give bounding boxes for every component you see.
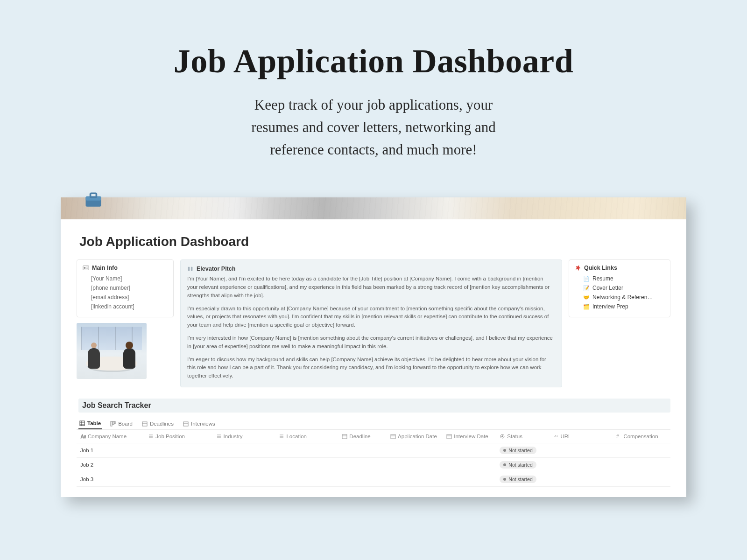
cell-company[interactable]: Job 2 xyxy=(77,458,144,472)
col-compensation[interactable]: #Compensation xyxy=(612,430,670,443)
svg-rect-18 xyxy=(183,422,188,426)
svg-point-37 xyxy=(502,436,503,437)
calendar-icon xyxy=(446,434,452,439)
pitch-paragraph: I'm very interested in how [Company Name… xyxy=(187,334,555,351)
svg-rect-16 xyxy=(142,422,147,426)
list-icon xyxy=(148,434,154,439)
svg-text:#: # xyxy=(616,434,619,439)
number-icon: # xyxy=(616,434,621,439)
main-info-panel: Main Info [Your Name] [phone number] [em… xyxy=(77,259,174,317)
folder-icon: 🗂️ xyxy=(583,304,590,310)
col-company[interactable]: AaCompany Name xyxy=(77,430,144,443)
quick-links-panel: Quick Links 📄Resume 📝Cover Letter 🤝Netwo… xyxy=(569,259,670,317)
svg-rect-32 xyxy=(391,434,395,439)
elevator-pitch-heading: Elevator Pitch xyxy=(197,266,235,272)
handshake-icon: 🤝 xyxy=(583,294,590,301)
note-icon: 📝 xyxy=(583,285,590,291)
quick-link-networking[interactable]: 🤝Networking & Referen… xyxy=(583,293,664,302)
hero-title: Job Application Dashboard xyxy=(0,42,747,81)
svg-rect-8 xyxy=(191,267,193,271)
elevator-pitch-panel: Elevator Pitch I'm [Your Name], and I'm … xyxy=(180,259,562,387)
pin-icon xyxy=(575,265,581,271)
status-icon xyxy=(500,434,505,439)
interview-photo xyxy=(77,323,147,379)
svg-rect-7 xyxy=(188,267,190,271)
svg-text:Aa: Aa xyxy=(81,434,86,439)
page-cover xyxy=(61,197,686,219)
quick-links-heading: Quick Links xyxy=(584,265,617,271)
tracker-title: Job Search Tracker xyxy=(78,399,670,413)
col-app-date[interactable]: Application Date xyxy=(387,430,443,443)
pitch-paragraph: I'm [Your Name], and I'm excited to be h… xyxy=(187,275,555,300)
status-badge: Not started xyxy=(500,447,536,454)
svg-rect-34 xyxy=(447,434,451,439)
svg-rect-15 xyxy=(114,421,115,424)
doc-icon: 📄 xyxy=(583,276,590,282)
main-info-item[interactable]: [phone number] xyxy=(91,283,168,293)
board-icon xyxy=(110,421,116,427)
col-location[interactable]: Location xyxy=(275,430,338,443)
table-row[interactable]: Job 3Not started xyxy=(77,472,670,487)
briefcase-icon xyxy=(82,188,105,211)
hero-subtitle: Keep track of your job applications, you… xyxy=(0,94,747,161)
svg-rect-2 xyxy=(91,193,97,197)
calendar-icon xyxy=(390,434,396,439)
pitch-paragraph: I'm especially drawn to this opportunity… xyxy=(187,305,555,329)
svg-rect-14 xyxy=(113,421,114,425)
cell-company[interactable]: Job 3 xyxy=(77,472,144,487)
col-interview-date[interactable]: Interview Date xyxy=(443,430,496,443)
svg-rect-9 xyxy=(80,421,85,426)
tracker-tabs: Table Board Deadlines Interviews xyxy=(77,416,670,430)
status-badge: Not started xyxy=(500,461,536,469)
col-industry[interactable]: Industry xyxy=(212,430,275,443)
svg-rect-4 xyxy=(84,267,86,269)
svg-rect-13 xyxy=(111,421,112,426)
tab-deadlines[interactable]: Deadlines xyxy=(141,419,175,429)
main-info-item[interactable]: [email address] xyxy=(91,293,168,302)
col-status[interactable]: Status xyxy=(496,430,549,443)
tab-table[interactable]: Table xyxy=(78,418,102,429)
cell-status[interactable]: Not started xyxy=(496,458,549,472)
list-icon xyxy=(279,434,284,439)
table-row[interactable]: Job 2Not started xyxy=(77,458,670,472)
col-deadline[interactable]: Deadline xyxy=(338,430,387,443)
col-url[interactable]: URL xyxy=(550,430,613,443)
tab-interviews[interactable]: Interviews xyxy=(182,419,216,429)
calendar-icon xyxy=(342,434,347,439)
cell-status[interactable]: Not started xyxy=(496,472,549,487)
text-icon: Aa xyxy=(80,434,86,439)
main-info-item[interactable]: [linkedin account] xyxy=(91,302,168,311)
notion-screenshot: Job Application Dashboard Main Info [You… xyxy=(61,197,686,497)
main-info-item[interactable]: [Your Name] xyxy=(91,274,168,283)
cell-status[interactable]: Not started xyxy=(496,443,549,458)
status-badge: Not started xyxy=(500,476,536,483)
table-icon xyxy=(79,420,85,426)
svg-rect-30 xyxy=(342,434,347,439)
list-icon xyxy=(216,434,222,439)
table-header-row: AaCompany Name Job Position Industry Loc… xyxy=(77,430,670,443)
page-title: Job Application Dashboard xyxy=(79,234,670,249)
quick-link-cover-letter[interactable]: 📝Cover Letter xyxy=(583,283,664,293)
calendar-icon xyxy=(142,421,148,427)
calendar-icon xyxy=(183,421,189,427)
quick-link-resume[interactable]: 📄Resume xyxy=(583,274,664,283)
hero: Job Application Dashboard Keep track of … xyxy=(0,0,747,180)
link-icon xyxy=(553,434,559,439)
quick-link-interview-prep[interactable]: 🗂️Interview Prep xyxy=(583,302,664,311)
col-position[interactable]: Job Position xyxy=(144,430,212,443)
card-icon xyxy=(83,265,89,271)
main-info-list: [Your Name] [phone number] [email addres… xyxy=(91,274,168,311)
tab-board[interactable]: Board xyxy=(109,419,134,429)
speech-icon xyxy=(187,266,194,272)
pitch-paragraph: I'm eager to discuss how my background a… xyxy=(187,356,555,380)
main-info-heading: Main Info xyxy=(92,265,118,271)
table-row[interactable]: Job 1Not started xyxy=(77,443,670,458)
tracker-table: AaCompany Name Job Position Industry Loc… xyxy=(77,430,670,487)
cell-company[interactable]: Job 1 xyxy=(77,443,144,458)
